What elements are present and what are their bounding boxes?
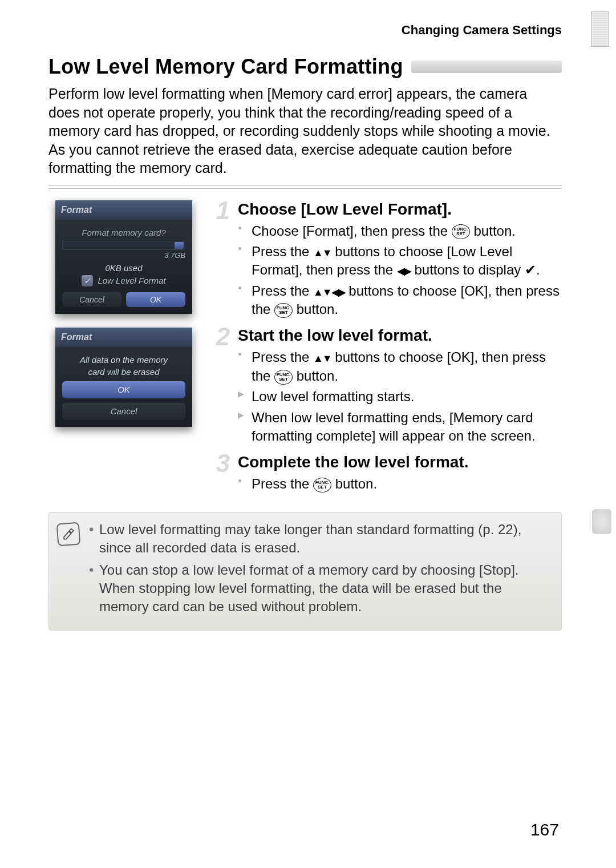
func-set-icon: FUNC.SET — [313, 478, 331, 492]
note-box: Low level formatting may take longer tha… — [48, 512, 562, 631]
camera-screenshot-format: Format Format memory card? 3.7GB 0KB use… — [55, 200, 192, 314]
ok-button[interactable]: OK — [126, 292, 185, 307]
title-ornament — [411, 60, 562, 73]
step-bullet: When low level formatting ends, [Memory … — [238, 409, 562, 446]
page-title-row: Low Level Memory Card Formatting — [48, 55, 562, 79]
breadcrumb: Changing Camera Settings — [48, 23, 562, 38]
note-bullet: Low level formatting may take longer tha… — [89, 520, 551, 558]
camera-screenshot-confirm: Format All data on the memory card will … — [55, 328, 192, 427]
confirm-line2: card will be erased — [62, 367, 185, 377]
used-text: 0KB used — [62, 263, 185, 273]
page-number: 167 — [530, 820, 559, 839]
pencil-note-icon — [56, 522, 81, 546]
confirm-line1: All data on the memory — [62, 355, 185, 365]
step-title: Complete the low level format. — [238, 453, 562, 471]
menu-title: Format — [55, 328, 192, 347]
divider — [48, 185, 562, 189]
menu-title: Format — [55, 200, 192, 220]
step-bullet: Press the ▲▼◀▶ buttons to choose [OK], t… — [238, 282, 562, 319]
step-bullet: Press the FUNC.SET button. — [238, 475, 562, 493]
capacity-text: 3.7GB — [62, 251, 185, 260]
func-set-icon: FUNC.SET — [274, 370, 293, 385]
step-bullet: Press the ▲▼ buttons to choose [OK], the… — [238, 348, 562, 385]
edge-decoration — [592, 509, 611, 534]
func-set-icon: FUNC.SET — [452, 224, 470, 239]
step-bullet: Choose [Format], then press the FUNC.SET… — [238, 222, 562, 240]
menu-prompt: Format memory card? — [62, 228, 185, 237]
low-level-label: Low Level Format — [98, 276, 165, 285]
step-bullet: Press the ▲▼ buttons to choose [Low Leve… — [238, 243, 562, 280]
func-set-icon: FUNC.SET — [274, 303, 293, 318]
page-title: Low Level Memory Card Formatting — [48, 55, 403, 79]
low-level-checkbox[interactable]: ✓ — [82, 275, 93, 286]
intro-text: Perform low level formatting when [Memor… — [48, 84, 562, 177]
step-number: 3 — [213, 451, 233, 476]
step-title: Choose [Low Level Format]. — [238, 200, 562, 219]
cancel-button[interactable]: Cancel — [62, 403, 185, 420]
steps-column: 1Choose [Low Level Format].Choose [Forma… — [213, 200, 562, 502]
note-bullet: You can stop a low level format of a mem… — [89, 561, 551, 616]
step-number: 1 — [213, 198, 233, 223]
step-title: Start the low level format. — [238, 326, 562, 345]
capacity-bar — [62, 241, 185, 250]
edge-decoration — [591, 11, 609, 47]
step-bullet: Low level formatting starts. — [238, 387, 562, 406]
cancel-button[interactable]: Cancel — [62, 292, 121, 307]
step-number: 2 — [213, 324, 233, 349]
ok-button[interactable]: OK — [62, 381, 185, 398]
